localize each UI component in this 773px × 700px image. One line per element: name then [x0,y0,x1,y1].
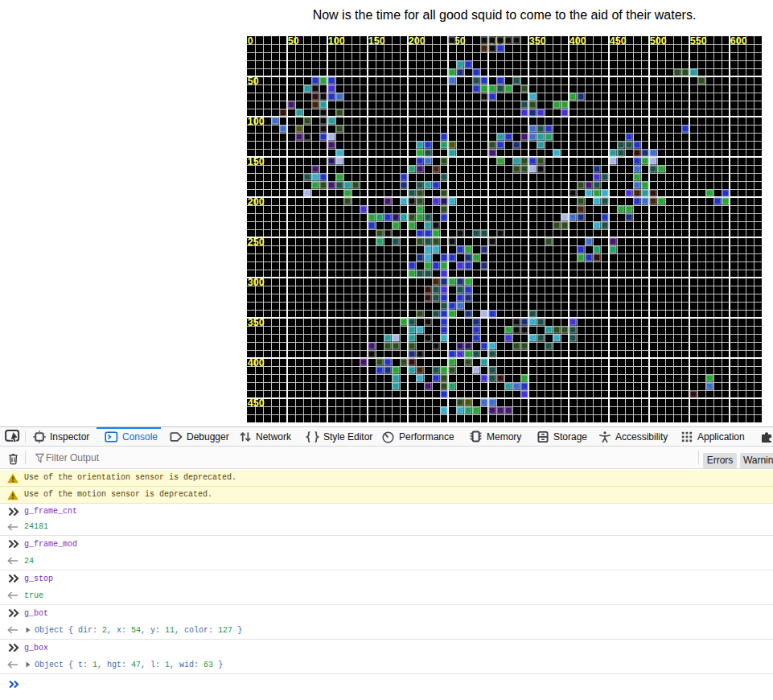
svg-text:200: 200 [248,196,265,208]
svg-text:450: 450 [610,36,627,47]
svg-text:350: 350 [248,317,265,328]
svg-text:600: 600 [730,36,747,47]
svg-text:0: 0 [248,36,253,47]
svg-text:400: 400 [569,36,586,47]
svg-text:550: 550 [690,36,707,47]
svg-text:400: 400 [248,357,265,369]
svg-text:150: 150 [368,36,385,47]
svg-text:100: 100 [328,36,345,47]
svg-text:50: 50 [288,36,299,47]
svg-text:250: 250 [248,237,265,248]
svg-text:500: 500 [650,36,667,47]
svg-text:100: 100 [248,116,265,127]
svg-text:150: 150 [248,156,265,167]
svg-text:200: 200 [409,36,426,47]
svg-text:450: 450 [248,397,265,409]
svg-text:50: 50 [248,76,259,87]
svg-text:300: 300 [248,277,265,288]
svg-text:350: 350 [529,36,546,47]
